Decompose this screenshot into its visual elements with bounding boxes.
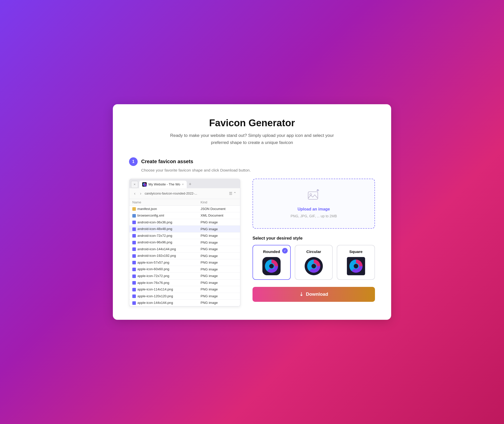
table-row[interactable]: apple-icon-60x60.pngPNG image <box>129 266 240 273</box>
tab-add-button[interactable]: + <box>187 181 193 188</box>
file-kind-cell: PNG image <box>198 272 240 279</box>
style-option-rounded[interactable]: ✓ Rounded <box>253 245 291 280</box>
file-kind-cell: JSON Document <box>198 205 240 212</box>
table-row[interactable]: apple-icon-76x76.pngPNG image <box>129 279 240 286</box>
download-button[interactable]: ⇣ Download <box>253 287 375 302</box>
tab-title: My Website - The Wo <box>149 182 180 186</box>
step-label: 1 Create favicon assets <box>129 157 375 166</box>
table-row[interactable]: browserconfig.xmlXML Document <box>129 212 240 219</box>
file-kind-cell: XML Document <box>198 212 240 219</box>
browser-tab-bar: × My Website - The Wo × + <box>129 179 240 188</box>
table-row[interactable]: android-icon-72x72.pngPNG image <box>129 232 240 239</box>
file-kind-cell: PNG image <box>198 286 240 293</box>
table-row[interactable]: apple-icon-120x120.pngPNG image <box>129 293 240 300</box>
file-kind-cell: PNG image <box>198 226 240 232</box>
step-description: Choose your favorite favicon shape and c… <box>141 168 375 173</box>
file-kind-cell: PNG image <box>198 246 240 252</box>
file-kind-cell: PNG image <box>198 293 240 300</box>
file-name-cell: android-icon-192x192.png <box>129 252 198 259</box>
fm-view-button[interactable]: ☰ ⌃ <box>229 191 237 196</box>
style-label-square: Square <box>349 249 363 254</box>
style-option-square[interactable]: Square <box>337 245 375 280</box>
checkmark-icon: ✓ <box>282 248 288 253</box>
file-name-cell: manifest.json <box>129 205 198 212</box>
table-row[interactable]: manifest.jsonJSON Document <box>129 205 240 212</box>
icon-hole-rounded <box>268 263 275 269</box>
page-title: Favicon Generator <box>129 117 375 129</box>
file-name-cell: apple-icon-60x60.png <box>129 266 198 273</box>
icon-hole-circular <box>311 263 317 269</box>
file-name-cell: apple-icon-76x76.png <box>129 279 198 286</box>
col-kind: Kind <box>198 199 240 206</box>
file-name-cell: apple-icon-72x72.png <box>129 272 198 279</box>
close-icon: × <box>134 182 136 186</box>
table-row[interactable]: android-icon-144x144.pngPNG image <box>129 246 240 252</box>
file-name-cell: android-icon-48x48.png <box>129 226 198 232</box>
file-kind-cell: PNG image <box>198 232 240 239</box>
fm-path: candyicons-favicon-rounded-2022-... <box>145 192 227 195</box>
browser-tab[interactable]: My Website - The Wo × <box>139 181 187 188</box>
page-subtitle: Ready to make your website stand out? Si… <box>161 132 343 146</box>
file-name-cell: apple-icon-120x120.png <box>129 293 198 300</box>
style-options: ✓ Rounded Circular <box>253 245 375 280</box>
table-row[interactable]: android-icon-192x192.pngPNG image <box>129 252 240 259</box>
style-label-circular: Circular <box>306 249 321 254</box>
file-kind-cell: PNG image <box>198 300 240 306</box>
icon-inner-circular <box>307 260 320 273</box>
tab-favicon <box>142 182 147 187</box>
download-label: Download <box>306 291 328 297</box>
tab-close-icon[interactable]: × <box>182 183 184 186</box>
table-row[interactable]: apple-icon-72x72.pngPNG image <box>129 272 240 279</box>
file-name-cell: android-icon-72x72.png <box>129 232 198 239</box>
table-row[interactable]: android-icon-36x36.pngPNG image <box>129 219 240 226</box>
svg-rect-0 <box>308 192 318 199</box>
icon-preview-rounded <box>262 257 281 275</box>
file-name-cell: apple-icon-57x57.png <box>129 259 198 266</box>
step-title: Create favicon assets <box>141 159 193 164</box>
tab-favicon-inner <box>143 183 146 186</box>
icon-preview-square <box>347 257 365 275</box>
icon-inner-rounded <box>265 260 278 273</box>
table-row[interactable]: apple-icon-144x144.pngPNG image <box>129 300 240 306</box>
file-name-cell: android-icon-96x96.png <box>129 239 198 246</box>
file-list: manifest.jsonJSON Documentbrowserconfig.… <box>129 205 240 306</box>
file-kind-cell: PNG image <box>198 259 240 266</box>
download-icon: ⇣ <box>299 291 303 297</box>
style-label-rounded: Rounded <box>263 249 280 254</box>
upload-hint: PNG, JPG, GIF, ... up to 2MB <box>290 214 337 218</box>
upload-area[interactable]: Upload an image PNG, JPG, GIF, ... up to… <box>253 179 375 229</box>
file-kind-cell: PNG image <box>198 239 240 246</box>
style-option-circular[interactable]: Circular <box>295 245 333 280</box>
fm-back-button[interactable]: ‹ <box>133 191 137 196</box>
col-name: Name <box>129 199 198 206</box>
icon-hole-square <box>353 263 359 269</box>
step-number: 1 <box>129 157 138 166</box>
file-name-cell: apple-icon-144x144.png <box>129 300 198 306</box>
header: Favicon Generator Ready to make your web… <box>129 117 375 146</box>
file-kind-cell: PNG image <box>198 266 240 273</box>
file-kind-cell: PNG image <box>198 219 240 226</box>
left-panel: × My Website - The Wo × + ‹ › <box>129 179 240 307</box>
style-section-title: Select your desired style <box>253 236 375 241</box>
file-name-cell: browserconfig.xml <box>129 212 198 219</box>
browser-mockup: × My Website - The Wo × + ‹ › <box>129 179 240 307</box>
file-table: Name Kind manifest.jsonJSON Documentbrow… <box>129 199 240 306</box>
table-row[interactable]: apple-icon-57x57.pngPNG image <box>129 259 240 266</box>
icon-inner-square <box>349 260 363 273</box>
right-panel: Upload an image PNG, JPG, GIF, ... up to… <box>253 179 375 302</box>
table-row[interactable]: apple-icon-114x114.pngPNG image <box>129 286 240 293</box>
file-name-cell: android-icon-36x36.png <box>129 219 198 226</box>
table-row[interactable]: android-icon-48x48.pngPNG image <box>129 226 240 232</box>
file-name-cell: android-icon-144x144.png <box>129 246 198 252</box>
main-card: Favicon Generator Ready to make your web… <box>113 104 391 320</box>
browser-close-button[interactable]: × <box>131 181 138 188</box>
upload-icon <box>307 189 320 203</box>
table-row[interactable]: android-icon-96x96.pngPNG image <box>129 239 240 246</box>
file-kind-cell: PNG image <box>198 252 240 259</box>
file-manager-toolbar: ‹ › candyicons-favicon-rounded-2022-... … <box>129 188 240 199</box>
icon-preview-circular <box>305 257 323 275</box>
file-name-cell: apple-icon-114x114.png <box>129 286 198 293</box>
upload-text: Upload an image <box>298 207 330 211</box>
file-manager: ‹ › candyicons-favicon-rounded-2022-... … <box>129 188 240 307</box>
fm-forward-button[interactable]: › <box>139 191 142 196</box>
